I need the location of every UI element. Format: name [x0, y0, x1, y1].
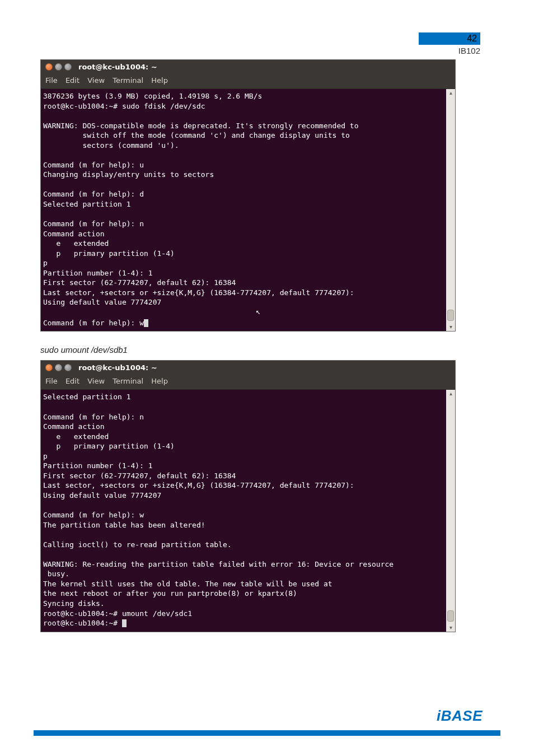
- maximize-icon[interactable]: [64, 63, 72, 71]
- menu-file[interactable]: File: [45, 76, 58, 85]
- terminal-text: Selected partition 1 Command (m for help…: [43, 393, 394, 617]
- terminal-text: 3876236 bytes (3.9 MB) copied, 1.49198 s…: [43, 92, 359, 306]
- close-icon[interactable]: [45, 63, 53, 71]
- terminal-window-1: root@kc-ub1004: ~ File Edit View Termina…: [40, 59, 456, 332]
- terminal-window-2: root@kc-ub1004: ~ File Edit View Termina…: [40, 360, 456, 632]
- terminal-output[interactable]: Selected partition 1 Command (m for help…: [41, 390, 446, 631]
- scrollbar[interactable]: ▴ ▾: [446, 390, 455, 631]
- minimize-icon[interactable]: [55, 364, 62, 371]
- brand-logo: iBASE: [437, 707, 483, 725]
- menu-terminal[interactable]: Terminal: [113, 76, 143, 85]
- menu-help[interactable]: Help: [151, 76, 168, 85]
- scroll-thumb[interactable]: [447, 310, 454, 321]
- menu-edit[interactable]: Edit: [65, 377, 79, 385]
- menu-help[interactable]: Help: [151, 377, 168, 385]
- titlebar: root@kc-ub1004: ~: [41, 60, 455, 73]
- terminal-last-line: root@kc-ub1004:~#: [43, 619, 122, 627]
- menu-terminal[interactable]: Terminal: [113, 377, 143, 385]
- menu-file[interactable]: File: [45, 377, 58, 385]
- menu-view[interactable]: View: [87, 76, 105, 85]
- footer-rule: [34, 730, 500, 736]
- minimize-icon[interactable]: [55, 63, 62, 71]
- window-title: root@kc-ub1004: ~: [78, 363, 157, 372]
- page-number-badge: 42: [419, 32, 480, 45]
- scroll-down-icon[interactable]: ▾: [448, 625, 453, 631]
- menu-view[interactable]: View: [87, 377, 105, 385]
- menubar: File Edit View Terminal Help: [41, 374, 455, 390]
- text-cursor-icon: [122, 619, 127, 627]
- terminal-last-line: Command (m for help): w: [43, 319, 144, 327]
- text-cursor-icon: [144, 319, 148, 327]
- scroll-thumb[interactable]: [447, 610, 454, 622]
- menubar: File Edit View Terminal Help: [41, 73, 455, 89]
- close-icon[interactable]: [45, 364, 53, 371]
- caption-text: sudo umount /dev/sdb1: [40, 345, 500, 354]
- maximize-icon[interactable]: [64, 364, 72, 371]
- scrollbar[interactable]: ▴ ▾: [446, 89, 455, 331]
- titlebar: root@kc-ub1004: ~: [41, 361, 455, 374]
- window-title: root@kc-ub1004: ~: [78, 63, 157, 71]
- model-label: IB102: [419, 46, 480, 55]
- scroll-down-icon[interactable]: ▾: [448, 324, 453, 330]
- terminal-output[interactable]: 3876236 bytes (3.9 MB) copied, 1.49198 s…: [41, 89, 446, 331]
- scroll-up-icon[interactable]: ▴: [448, 391, 453, 396]
- cursor-pointer-icon: ↖: [256, 306, 260, 317]
- scroll-up-icon[interactable]: ▴: [448, 90, 453, 96]
- menu-edit[interactable]: Edit: [65, 76, 79, 85]
